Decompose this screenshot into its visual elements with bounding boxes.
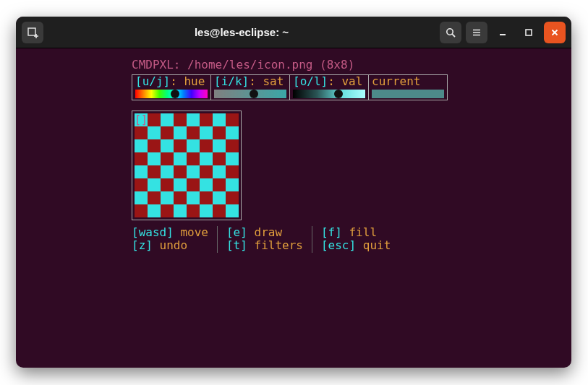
pixel[interactable] bbox=[135, 165, 148, 178]
pixel[interactable] bbox=[148, 165, 161, 178]
pixel[interactable] bbox=[187, 139, 200, 152]
pixel[interactable] bbox=[135, 139, 148, 152]
pixel[interactable] bbox=[213, 178, 226, 191]
pixel[interactable] bbox=[200, 165, 213, 178]
pixel[interactable] bbox=[187, 126, 200, 139]
pixel[interactable] bbox=[213, 126, 226, 139]
svg-rect-0 bbox=[28, 28, 35, 35]
hue-panel: [u/j]: hue bbox=[132, 75, 211, 99]
pixel[interactable] bbox=[135, 152, 148, 165]
maximize-button[interactable] bbox=[518, 22, 540, 43]
color-panels: [u/j]: hue [i/k]: sat [o/l]: val current bbox=[132, 74, 448, 100]
help-entry: [f] fill bbox=[321, 226, 391, 239]
pixel[interactable] bbox=[148, 126, 161, 139]
titlebar: les@les-eclipse: ~ bbox=[16, 17, 571, 48]
pixel[interactable] bbox=[187, 178, 200, 191]
new-tab-button[interactable] bbox=[22, 22, 43, 43]
pixel[interactable] bbox=[226, 191, 239, 204]
pixel[interactable] bbox=[226, 139, 239, 152]
pixel[interactable] bbox=[161, 165, 174, 178]
current-panel: current bbox=[369, 75, 447, 99]
pixel-canvas[interactable]: [] bbox=[135, 113, 239, 217]
pixel[interactable] bbox=[135, 126, 148, 139]
pixel[interactable] bbox=[213, 139, 226, 152]
pixel[interactable] bbox=[148, 191, 161, 204]
pixel[interactable] bbox=[213, 152, 226, 165]
pixel[interactable] bbox=[161, 191, 174, 204]
svg-line-4 bbox=[452, 34, 455, 37]
pixel[interactable] bbox=[161, 178, 174, 191]
pixel[interactable] bbox=[174, 139, 187, 152]
help-entry: [e] draw bbox=[226, 226, 303, 239]
help-entry: [t] filters bbox=[226, 239, 303, 252]
pixel[interactable] bbox=[174, 152, 187, 165]
hue-thumb[interactable] bbox=[171, 90, 179, 98]
pixel[interactable] bbox=[200, 126, 213, 139]
svg-point-3 bbox=[447, 28, 453, 34]
pixel[interactable] bbox=[174, 178, 187, 191]
pixel[interactable] bbox=[161, 113, 174, 126]
terminal-body[interactable]: CMDPXL: /home/les/icon.png (8x8) [u/j]: … bbox=[16, 48, 571, 368]
pixel[interactable] bbox=[174, 113, 187, 126]
pixel[interactable] bbox=[174, 204, 187, 217]
val-slider[interactable] bbox=[293, 90, 365, 98]
pixel[interactable] bbox=[135, 191, 148, 204]
sat-panel: [i/k]: sat bbox=[211, 75, 290, 99]
pixel[interactable] bbox=[200, 139, 213, 152]
pixel[interactable] bbox=[148, 178, 161, 191]
help-entry: [z] undo bbox=[132, 239, 208, 252]
svg-rect-9 bbox=[526, 30, 532, 35]
pixel[interactable] bbox=[187, 204, 200, 217]
pixel[interactable] bbox=[161, 139, 174, 152]
pixel[interactable] bbox=[161, 126, 174, 139]
pixel[interactable] bbox=[200, 191, 213, 204]
pixel[interactable] bbox=[174, 191, 187, 204]
canvas-frame: [] bbox=[132, 111, 242, 220]
search-button[interactable] bbox=[440, 22, 461, 43]
help-entry: [wasd] move bbox=[132, 226, 208, 239]
pixel[interactable] bbox=[213, 113, 226, 126]
pixel[interactable] bbox=[161, 204, 174, 217]
pixel[interactable] bbox=[187, 152, 200, 165]
pixel[interactable] bbox=[226, 204, 239, 217]
pixel[interactable] bbox=[226, 152, 239, 165]
pixel[interactable] bbox=[135, 113, 148, 126]
pixel[interactable] bbox=[200, 113, 213, 126]
val-thumb[interactable] bbox=[334, 90, 343, 98]
sat-slider[interactable] bbox=[214, 90, 286, 98]
pixel[interactable] bbox=[174, 126, 187, 139]
current-color-swatch bbox=[372, 90, 444, 98]
close-button[interactable] bbox=[544, 22, 566, 43]
pixel[interactable] bbox=[213, 191, 226, 204]
pixel[interactable] bbox=[187, 191, 200, 204]
pixel[interactable] bbox=[200, 204, 213, 217]
pixel[interactable] bbox=[148, 152, 161, 165]
pixel[interactable] bbox=[200, 178, 213, 191]
pixel[interactable] bbox=[161, 152, 174, 165]
sat-thumb[interactable] bbox=[250, 90, 258, 98]
pixel[interactable] bbox=[213, 165, 226, 178]
pixel[interactable] bbox=[213, 204, 226, 217]
window-title: les@les-eclipse: ~ bbox=[48, 26, 435, 38]
pixel[interactable] bbox=[135, 204, 148, 217]
pixel[interactable] bbox=[226, 165, 239, 178]
pixel[interactable] bbox=[200, 152, 213, 165]
pixel[interactable] bbox=[148, 204, 161, 217]
menu-button[interactable] bbox=[466, 22, 487, 43]
hue-slider[interactable] bbox=[135, 90, 208, 98]
help-bar: [wasd] move[z] undo [e] draw[t] filters … bbox=[132, 226, 557, 253]
pixel[interactable] bbox=[226, 126, 239, 139]
pixel[interactable] bbox=[148, 113, 161, 126]
pixel[interactable] bbox=[187, 165, 200, 178]
pixel[interactable] bbox=[174, 165, 187, 178]
pixel[interactable] bbox=[135, 178, 148, 191]
pixel[interactable] bbox=[226, 113, 239, 126]
pixel[interactable] bbox=[187, 113, 200, 126]
app-header: CMDPXL: /home/les/icon.png (8x8) bbox=[132, 59, 557, 72]
val-panel: [o/l]: val bbox=[290, 75, 369, 99]
pixel[interactable] bbox=[148, 139, 161, 152]
pixel[interactable] bbox=[226, 178, 239, 191]
help-entry: [esc] quit bbox=[321, 239, 391, 252]
terminal-window: les@les-eclipse: ~ CMDPXL: /home/les/ico… bbox=[16, 17, 571, 368]
minimize-button[interactable] bbox=[492, 22, 514, 43]
